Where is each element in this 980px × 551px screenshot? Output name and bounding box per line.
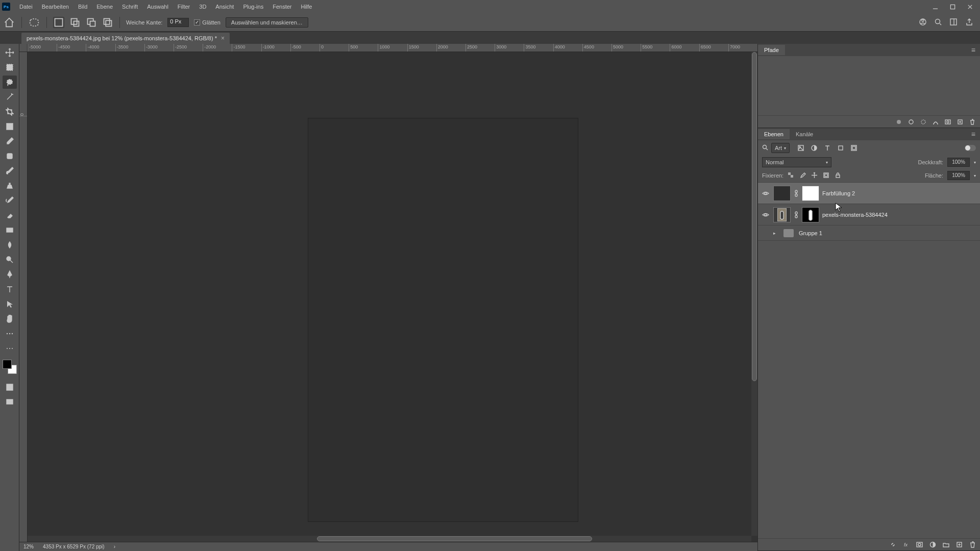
selection-new-icon[interactable] — [53, 17, 64, 28]
layer-row[interactable]: pexels-monstera-5384424 — [758, 204, 980, 226]
pen-tool[interactable] — [3, 268, 17, 281]
lock-transparency-icon[interactable] — [788, 172, 794, 180]
move-tool[interactable] — [3, 46, 17, 59]
ruler-origin[interactable] — [19, 44, 28, 52]
zoom-level[interactable]: 12% — [23, 544, 34, 549]
link-layers-icon[interactable] — [889, 541, 896, 548]
layer-filter-kind-dropdown[interactable]: Art ▾ — [771, 143, 790, 153]
minimize-button[interactable] — [927, 2, 943, 12]
layer-name[interactable]: Farbfüllung 2 — [822, 190, 855, 196]
document-tab[interactable]: pexels-monstera-5384424.jpg bei 12% (pex… — [21, 33, 230, 44]
filter-shape-icon[interactable] — [837, 144, 845, 152]
paths-tab[interactable]: Pfade — [758, 45, 785, 55]
crop-tool[interactable] — [3, 105, 17, 118]
select-and-mask-button[interactable]: Auswählen und maskieren… — [226, 17, 308, 28]
doc-info[interactable]: 4353 Px x 6529 Px (72 ppi) — [43, 544, 105, 549]
add-mask-icon[interactable] — [916, 541, 923, 548]
layers-tab[interactable]: Ebenen — [758, 129, 790, 139]
fill-path-icon[interactable] — [895, 118, 902, 126]
selection-to-path-icon[interactable] — [932, 118, 939, 126]
menu-fenster[interactable]: Fenster — [268, 2, 296, 11]
layer-style-icon[interactable]: fx — [902, 541, 910, 548]
layer-name[interactable]: Gruppe 1 — [799, 230, 822, 236]
menu-3d[interactable]: 3D — [195, 2, 210, 11]
new-layer-icon[interactable] — [955, 541, 963, 548]
paths-panel-body[interactable] — [758, 56, 980, 115]
lock-position-icon[interactable] — [811, 172, 818, 180]
channels-tab[interactable]: Kanäle — [790, 129, 819, 139]
doc-info-arrow-icon[interactable]: › — [114, 544, 115, 549]
menu-ebene[interactable]: Ebene — [92, 2, 117, 11]
panel-menu-icon[interactable]: ≡ — [967, 130, 980, 138]
cloud-docs-icon[interactable] — [919, 18, 927, 27]
scrollbar-vertical[interactable] — [751, 52, 757, 536]
dodge-tool[interactable] — [3, 253, 17, 266]
healing-brush-tool[interactable] — [3, 149, 17, 163]
fill-input[interactable]: 100% — [947, 171, 970, 180]
scrollbar-thumb[interactable] — [752, 52, 757, 381]
search-icon[interactable] — [762, 144, 768, 152]
ruler-vertical[interactable]: 0 — [19, 52, 28, 542]
antialias-checkbox[interactable]: Glätten — [194, 19, 220, 26]
magic-wand-tool[interactable] — [3, 90, 17, 104]
close-tab-icon[interactable]: × — [221, 35, 225, 42]
menu-schrift[interactable]: Schrift — [118, 2, 142, 11]
selection-subtract-icon[interactable] — [86, 17, 97, 28]
menu-bild[interactable]: Bild — [74, 2, 91, 11]
layer-thumbnail[interactable] — [773, 186, 791, 201]
layer-name[interactable]: pexels-monstera-5384424 — [822, 212, 888, 218]
link-icon[interactable] — [794, 190, 799, 197]
search-icon[interactable] — [934, 18, 942, 27]
chevron-down-icon[interactable]: ▾ — [974, 160, 976, 165]
lock-all-icon[interactable] — [835, 172, 841, 180]
expand-arrow-icon[interactable]: ▸ — [773, 231, 778, 236]
lasso-tool[interactable] — [3, 76, 17, 89]
menu-auswahl[interactable]: Auswahl — [143, 2, 173, 11]
delete-layer-icon[interactable] — [969, 541, 976, 548]
menu-hilfe[interactable]: Hilfe — [297, 2, 316, 11]
visibility-toggle[interactable] — [761, 229, 770, 238]
layer-row[interactable]: ▸ Gruppe 1 — [758, 226, 980, 241]
selection-add-icon[interactable] — [69, 17, 81, 28]
visibility-toggle[interactable] — [761, 210, 770, 219]
link-icon[interactable] — [794, 211, 799, 218]
opacity-input[interactable]: 100% — [947, 158, 970, 167]
type-tool[interactable] — [3, 283, 17, 296]
menu-datei[interactable]: Datei — [15, 2, 37, 11]
menu-ansicht[interactable]: Ansicht — [211, 2, 238, 11]
layer-list[interactable]: Farbfüllung 2 pexels-monstera-5384424 — [758, 182, 980, 538]
filter-smartobject-icon[interactable] — [850, 144, 858, 152]
stroke-path-icon[interactable] — [908, 118, 915, 126]
marquee-tool[interactable] — [3, 61, 17, 74]
filter-type-icon[interactable] — [823, 144, 831, 152]
visibility-toggle[interactable] — [761, 189, 770, 198]
layer-row[interactable]: Farbfüllung 2 — [758, 183, 980, 204]
scrollbar-thumb[interactable] — [317, 536, 592, 541]
delete-path-icon[interactable] — [969, 118, 976, 126]
menu-plugins[interactable]: Plug-ins — [239, 2, 267, 11]
filter-adjustment-icon[interactable] — [810, 144, 818, 152]
clone-stamp-tool[interactable] — [3, 179, 17, 192]
share-icon[interactable] — [965, 17, 974, 28]
home-icon[interactable] — [3, 16, 15, 29]
maximize-button[interactable] — [944, 2, 961, 12]
more-tools-icon[interactable] — [3, 327, 17, 340]
layer-thumbnail[interactable] — [773, 207, 791, 222]
hand-tool[interactable] — [3, 312, 17, 325]
path-to-selection-icon[interactable] — [920, 118, 927, 126]
chevron-down-icon[interactable]: ▾ — [974, 173, 976, 178]
brush-tool[interactable] — [3, 164, 17, 178]
filter-toggle[interactable] — [965, 145, 976, 151]
filter-pixel-icon[interactable] — [797, 144, 805, 152]
quick-mask-icon[interactable] — [3, 381, 17, 394]
gradient-tool[interactable] — [3, 223, 17, 237]
canvas-document[interactable] — [308, 118, 578, 521]
menu-filter[interactable]: Filter — [174, 2, 194, 11]
eraser-tool[interactable] — [3, 209, 17, 222]
selection-intersect-icon[interactable] — [102, 17, 113, 28]
history-brush-tool[interactable] — [3, 194, 17, 207]
lock-artboard-icon[interactable] — [823, 172, 829, 180]
add-mask-icon[interactable] — [944, 118, 951, 126]
frame-tool[interactable] — [3, 120, 17, 133]
mask-thumbnail[interactable] — [802, 207, 819, 222]
